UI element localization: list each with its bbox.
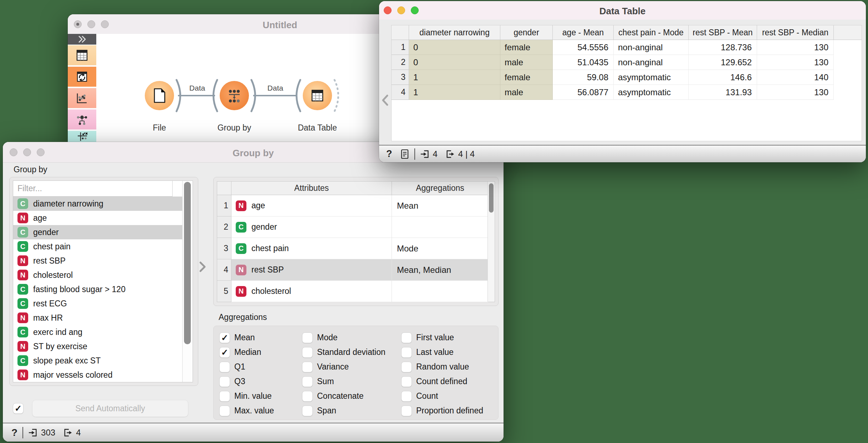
help-icon[interactable]: ? <box>386 148 392 159</box>
toolbox-evaluate-category[interactable] <box>68 131 96 142</box>
attribute-list-item[interactable]: Nrest SBP <box>13 254 183 268</box>
agg-option-count-defined[interactable]: Count defined <box>401 374 483 389</box>
attribute-list-item[interactable]: Crest ECG <box>13 296 183 311</box>
send-automatically-checkbox[interactable]: ✓ <box>13 403 24 414</box>
attribute-list-item[interactable]: Cexerc ind ang <box>13 325 183 339</box>
row-number-header <box>217 182 231 195</box>
agg-option-random-value[interactable]: Random value <box>401 360 483 374</box>
agg-option-span[interactable]: Span <box>302 403 386 418</box>
agg-option-q3[interactable]: Q3 <box>219 374 274 389</box>
agg-option-last-value[interactable]: Last value <box>401 345 483 360</box>
checkbox[interactable] <box>219 391 230 402</box>
agg-option-variance[interactable]: Variance <box>302 360 386 374</box>
attribute-list-item[interactable]: Cslope peak exc ST <box>13 353 183 368</box>
agg-option-q1[interactable]: Q1 <box>219 360 274 374</box>
toolbox-visualize-category[interactable] <box>68 88 96 108</box>
result-table[interactable]: diameter narrowing gender age - Mean che… <box>391 25 862 141</box>
desktop: Untitled <box>0 0 868 443</box>
agg-option-sum[interactable]: Sum <box>302 374 386 389</box>
agg-option-first-value[interactable]: First value <box>401 330 483 345</box>
attribute-list-item[interactable]: Cgender <box>13 225 183 239</box>
table-row[interactable]: 1 0 female 54.5556 non-anginal 128.736 1… <box>392 40 862 55</box>
input-count-icon[interactable] <box>420 149 430 159</box>
agg-option-mean[interactable]: ✓Mean <box>219 330 274 345</box>
table-row[interactable]: 5 Ncholesterol <box>217 281 495 302</box>
help-icon[interactable]: ? <box>11 427 17 438</box>
attribute-list-item[interactable]: Nmajor vessels colored <box>13 368 183 382</box>
scrollbar-thumb[interactable] <box>489 183 494 213</box>
column-header[interactable]: gender <box>500 25 553 40</box>
column-header[interactable]: rest SBP - Median <box>757 25 834 40</box>
node-data-table[interactable] <box>289 67 346 124</box>
node-group-by[interactable] <box>206 67 263 124</box>
agg-option-min-value[interactable]: Min. value <box>219 389 274 403</box>
column-header[interactable]: diameter narrowing <box>409 25 500 40</box>
table-row[interactable]: 3 1 female 59.08 asymptomatic 146.6 140 <box>392 70 862 85</box>
agg-option-standard-deviation[interactable]: Standard deviation <box>302 345 386 360</box>
checkbox[interactable] <box>302 391 313 402</box>
table-row[interactable]: 2 Cgender <box>217 217 495 238</box>
aggregation-table[interactable]: Attributes Aggregations 1 Nage Mean 2 Cg… <box>217 181 495 302</box>
output-count-icon[interactable] <box>63 428 73 438</box>
toolbox-transform-category[interactable] <box>68 67 96 87</box>
checkbox[interactable] <box>219 406 230 416</box>
attribute-list-item[interactable]: Ncholesterol <box>13 268 183 282</box>
checkbox[interactable] <box>219 362 230 372</box>
checkbox[interactable]: ✓ <box>219 347 230 358</box>
column-header[interactable]: chest pain - Mode <box>614 25 689 40</box>
scrollbar-thumb[interactable] <box>184 182 191 344</box>
checkbox[interactable] <box>401 391 412 402</box>
column-header[interactable]: rest SBP - Mean <box>689 25 757 40</box>
filter-input[interactable] <box>13 181 173 197</box>
output-count-icon[interactable] <box>445 149 455 159</box>
input-count-icon[interactable] <box>28 428 38 438</box>
collapse-panel-chevron-icon[interactable] <box>381 94 389 107</box>
attribute-list-item[interactable]: Nage <box>13 211 183 225</box>
toolbox-expand-button[interactable] <box>68 34 96 45</box>
attribute-list[interactable]: Cdiameter narrowing Nage Cgender Cchest … <box>13 180 193 382</box>
toolbox-data-category[interactable] <box>68 45 96 65</box>
checkbox[interactable] <box>302 362 313 372</box>
checkbox[interactable] <box>401 376 412 387</box>
report-icon[interactable] <box>400 149 409 159</box>
send-automatically-button[interactable]: Send Automatically <box>32 400 188 417</box>
checkbox[interactable] <box>401 406 412 416</box>
attribute-list-item[interactable]: Cchest pain <box>13 239 183 254</box>
categorical-icon: C <box>17 284 28 295</box>
checkbox[interactable] <box>302 376 313 387</box>
checkbox[interactable] <box>219 376 230 387</box>
table-row[interactable]: 1 Nage Mean <box>217 195 495 217</box>
checkbox[interactable] <box>401 362 412 372</box>
attribute-list-item[interactable]: Cdiameter narrowing <box>13 197 183 211</box>
checkbox[interactable] <box>401 347 412 358</box>
checkbox[interactable] <box>302 347 313 358</box>
toolbox-model-category[interactable] <box>68 110 96 129</box>
table-scrollbar[interactable] <box>487 182 495 302</box>
checkbox[interactable] <box>302 332 313 343</box>
attribute-list-scrollbar[interactable] <box>182 181 193 382</box>
agg-option-mode[interactable]: Mode <box>302 330 386 345</box>
checkbox[interactable]: ✓ <box>219 332 230 343</box>
agg-option-median[interactable]: ✓Median <box>219 345 274 360</box>
checkbox[interactable] <box>401 332 412 343</box>
column-header[interactable]: age - Mean <box>553 25 614 40</box>
categorical-icon: C <box>17 198 28 209</box>
attribute-list-item[interactable]: Cfasting blood sugar > 120 <box>13 282 183 296</box>
data-table-titlebar[interactable]: Data Table <box>379 1 866 20</box>
agg-option-max-value[interactable]: Max. value <box>219 403 274 418</box>
transform-category-icon <box>75 70 89 84</box>
attributes-column-header[interactable]: Attributes <box>231 182 392 195</box>
agg-option-count[interactable]: Count <box>401 389 483 403</box>
data-table-window: Data Table diameter narrowing gender age… <box>379 1 866 162</box>
attribute-list-item[interactable]: Nmax HR <box>13 311 183 325</box>
agg-option-concatenate[interactable]: Concatenate <box>302 389 386 403</box>
table-row[interactable]: 3 Cchest pain Mode <box>217 238 495 259</box>
aggregations-column-header[interactable]: Aggregations <box>392 182 488 195</box>
node-file[interactable] <box>131 67 188 124</box>
checkbox[interactable] <box>302 406 313 416</box>
table-row[interactable]: 2 0 male 51.0435 non-anginal 129.652 130 <box>392 55 862 70</box>
table-row-selected[interactable]: 4 Nrest SBP Mean, Median <box>217 259 495 281</box>
agg-option-proportion-defined[interactable]: Proportion defined <box>401 403 483 418</box>
table-row[interactable]: 4 1 male 56.0877 asymptomatic 131.93 130 <box>392 85 862 100</box>
attribute-list-item[interactable]: NST by exercise <box>13 339 183 353</box>
